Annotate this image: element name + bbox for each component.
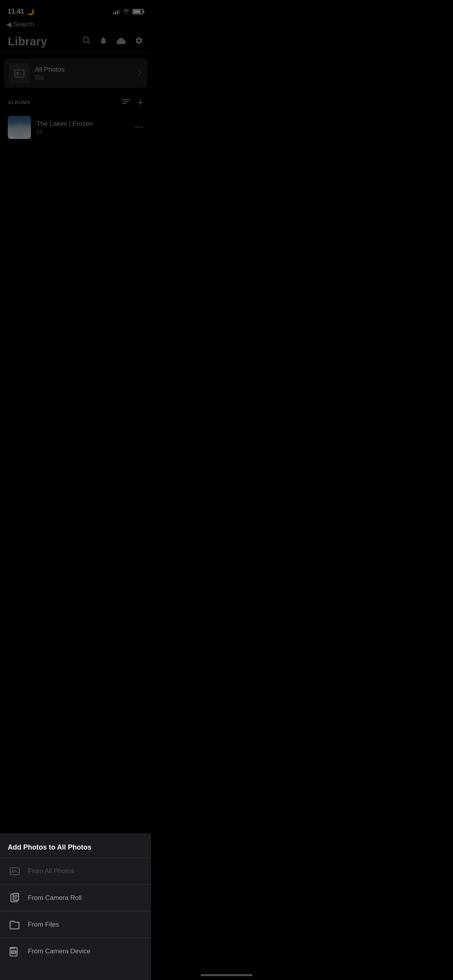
all-photos-title: All Photos: [35, 66, 132, 74]
status-bar: 11.41 🌙: [0, 0, 151, 19]
all-photos-thumbnail: [9, 63, 29, 83]
header: Library: [0, 32, 151, 53]
status-time: 11.41: [8, 8, 24, 15]
back-chevron-icon: ◀: [6, 20, 12, 29]
header-icons: [82, 36, 143, 47]
album-thumbnail: [8, 116, 31, 139]
signal-bar-1: [113, 13, 114, 14]
battery-fill: [134, 10, 141, 13]
add-album-icon[interactable]: +: [137, 97, 143, 107]
bell-icon[interactable]: [99, 36, 108, 46]
signal-bars: [113, 9, 120, 14]
album-title: The Lakes | Frozen: [36, 120, 129, 128]
signal-bar-4: [119, 9, 120, 14]
header-divider: [0, 53, 151, 53]
wifi-icon: [123, 9, 130, 14]
battery-icon: [132, 9, 143, 14]
cloud-icon[interactable]: [116, 37, 126, 46]
svg-line-1: [88, 42, 90, 44]
back-nav[interactable]: ◀ Search: [0, 19, 151, 32]
album-thumb-overlay: [8, 116, 31, 139]
all-photos-thumbnail-icon: [14, 69, 25, 78]
all-photos-count: 532: [35, 74, 132, 81]
albums-section-label: ALBUMS: [8, 99, 31, 105]
album-count: 10: [36, 128, 129, 135]
albums-actions: +: [122, 97, 143, 107]
status-left: 11.41 🌙: [8, 8, 34, 15]
signal-bar-2: [115, 12, 116, 14]
moon-icon: 🌙: [27, 8, 34, 15]
album-item[interactable]: The Lakes | Frozen 10 •••: [0, 112, 151, 143]
status-right: [113, 9, 143, 14]
signal-bar-3: [117, 10, 118, 14]
all-photos-info: All Photos 532: [35, 66, 132, 81]
all-photos-chevron-icon: [138, 69, 142, 77]
search-icon[interactable]: [82, 36, 91, 47]
album-more-icon[interactable]: •••: [135, 123, 143, 132]
all-photos-row[interactable]: All Photos 532: [4, 58, 147, 88]
album-info: The Lakes | Frozen 10: [36, 120, 129, 135]
sort-icon[interactable]: [122, 98, 130, 106]
page-title: Library: [8, 35, 47, 48]
back-label: Search: [13, 21, 34, 28]
gear-icon[interactable]: [135, 36, 143, 46]
albums-header: ALBUMS +: [0, 93, 151, 112]
